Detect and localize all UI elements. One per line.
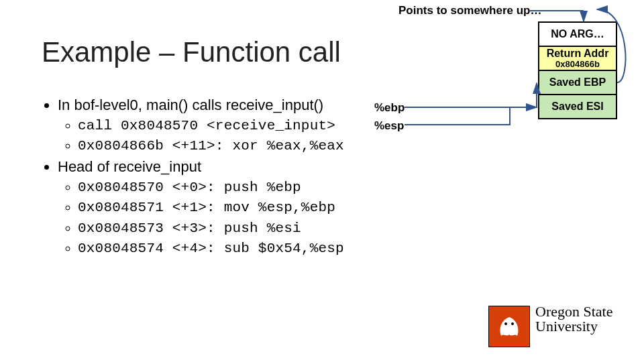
slide: Points to somewhere up… Example – Functi… (0, 0, 644, 362)
body-text: In bof-level0, main() calls receive_inpu… (42, 95, 344, 259)
top-note: Points to somewhere up… (398, 4, 541, 17)
bullet-sub-esp: 0x08048574 <+4>: sub $0x54,%esp (78, 239, 344, 258)
stack-cell-saved-ebp: Saved EBP (538, 70, 617, 95)
stack-cell-return: Return Addr 0x804866b (538, 46, 617, 71)
bullet-mov-esp: 0x08048571 <+1>: mov %esp,%ebp (78, 198, 344, 217)
bullet-push-ebp: 0x08048570 <+0>: push %ebp (78, 178, 344, 197)
bullet-main-calls: In bof-level0, main() calls receive_inpu… (58, 95, 344, 115)
logo-text: Oregon State University (535, 304, 612, 334)
svg-point-3 (511, 322, 514, 325)
stack-return-line1: Return Addr (539, 48, 616, 60)
stack-cell-saved-esi: Saved ESI (538, 94, 617, 119)
bullet-push-esi: 0x08048573 <+3>: push %esi (78, 219, 344, 238)
bullet-call-instr: call 0x8048570 <receive_input> (78, 117, 344, 135)
beaver-icon (497, 313, 521, 340)
stack-cell-noarg: NO ARG… (538, 21, 617, 47)
label-ebp: %ebp (374, 101, 405, 115)
stack-diagram: NO ARG… Return Addr 0x804866b Saved EBP … (538, 21, 617, 119)
stack-return-line2: 0x804866b (539, 60, 616, 69)
logo-mark (488, 306, 530, 347)
svg-point-2 (504, 322, 507, 325)
slide-title: Example – Function call (42, 36, 341, 68)
label-esp: %esp (374, 119, 404, 133)
bullet-head-receive: Head of receive_input (58, 157, 344, 177)
bullet-next-instr: 0x0804866b <+11>: xor %eax,%eax (78, 137, 344, 156)
logo-line2: University (535, 319, 612, 334)
logo-oregon-state: Oregon State University (488, 303, 629, 350)
